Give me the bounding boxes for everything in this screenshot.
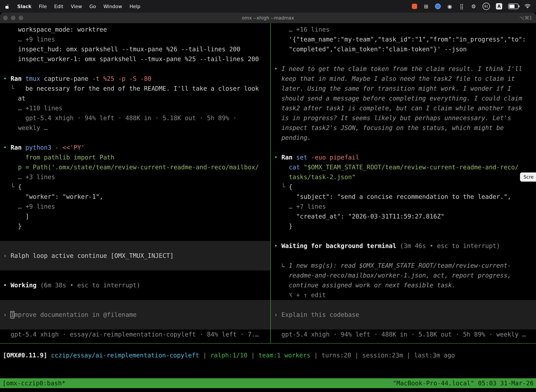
terminal-line	[0, 241, 270, 251]
left-terminal-pane[interactable]: workspace_mode: worktree … +9 lines insp…	[0, 23, 270, 343]
terminal-line: inspect_worker-1: omx sparkshell --tmux-…	[0, 54, 270, 64]
status-segment: session:23m	[362, 352, 403, 359]
terminal-line: • Waiting for background terminal (3m 46…	[271, 241, 536, 251]
terminal-line: • Ran set -euo pipefail	[271, 152, 536, 162]
terminal-line: gpt-5.4 xhigh · 94% left · 488K in · 5.1…	[0, 113, 270, 123]
terminal-line: "completed","claim_token":"claim-token"}…	[271, 44, 536, 54]
terminal-line: is in progress? It seems likely but perh…	[271, 113, 536, 123]
status-segment: team:1 workers	[258, 352, 310, 359]
terminal-line: • Ran python3 - <<'PY'	[0, 143, 270, 152]
terminal-line: "worker": "worker-1",	[0, 192, 270, 202]
terminal-line: should send a message before completing …	[271, 93, 536, 103]
terminal-line	[271, 251, 536, 261]
screen-recording-indicator[interactable]	[412, 4, 417, 9]
menu-view[interactable]: View	[71, 4, 82, 9]
screenshot-toast[interactable]: Scre	[520, 173, 536, 182]
terminal-line: "subject": "send a concise recommendatio…	[271, 192, 536, 202]
terminal-line: workspace_mode: worktree	[0, 25, 270, 34]
terminal-line: ⌥ + ↑ edit	[271, 290, 536, 300]
status-segment: ralph:1/10	[210, 352, 247, 359]
terminal-line: └ {	[0, 182, 270, 192]
menu-edit[interactable]: Edit	[54, 4, 63, 9]
terminal-line: from pathlib import Path	[0, 152, 270, 162]
terminal-line: inspect task2's JSON, focusing on the st…	[271, 123, 536, 133]
status-segment: [OMX#0.11.9]	[3, 352, 51, 359]
badge-61-icon[interactable]: 61	[483, 3, 490, 10]
terminal-line: ↳ 1 new msg(s): read $OMX_TEAM_STATE_ROO…	[271, 261, 536, 271]
terminal-line: tasks/task-2.json"	[271, 172, 536, 182]
terminal-window: omx --xhigh --madmax ⌥⌘1 workspace_mode:…	[0, 13, 536, 392]
terminal-line: pending.	[271, 133, 536, 143]
wifi-icon[interactable]	[524, 3, 531, 10]
terminal-line: ]	[0, 211, 270, 221]
terminal-line: gpt-5.4 xhigh · essay/ai-reimplementatio…	[0, 330, 270, 339]
terminal-line: › Explain this codebase	[271, 310, 536, 320]
menu-go[interactable]: Go	[89, 4, 96, 9]
window-manager-icon[interactable]: ⊞	[423, 3, 429, 10]
terminal-line	[0, 64, 270, 74]
terminal-line: … +9 lines	[0, 202, 270, 211]
terminal-line	[271, 54, 536, 64]
status-segment: |	[403, 352, 414, 359]
terminal-line: • Ran tmux capture-pane -t %25 -p -S -80	[0, 74, 270, 84]
status-segment: |	[310, 352, 321, 359]
terminal-line: }	[0, 221, 270, 231]
terminal-line	[0, 300, 270, 310]
terminal-line: • I need to get the claim token from the…	[271, 64, 536, 74]
omx-status-line: [OMX#0.11.9] cczip/essay/ai-reimplementa…	[0, 344, 536, 378]
settings-icon[interactable]: ⚙	[471, 3, 477, 10]
terminal-line	[271, 320, 536, 330]
menu-slack[interactable]: Slack	[17, 4, 31, 9]
input-source-icon[interactable]: A	[496, 3, 502, 9]
blue-app-icon[interactable]	[435, 4, 441, 9]
terminal-line: … +16 lines	[271, 25, 536, 34]
terminal-line: readme-and-reco/mailbox/worker-1.json, a…	[271, 271, 536, 280]
menu-window[interactable]: Window	[103, 4, 122, 9]
window-shortcut-hint: ⌥⌘1	[519, 13, 532, 23]
terminal-line: … +7 lines	[271, 202, 536, 211]
terminal-line: keep that in mind. Maybe I also need the…	[271, 74, 536, 84]
menu-help[interactable]: Help	[129, 4, 140, 9]
terminal-line: › Improve documentation in @filename	[0, 310, 270, 320]
status-segment: turns:20	[321, 352, 351, 359]
menu-bar-status-icons: ⊞◉⣿⚙61A	[412, 3, 531, 10]
terminal-line: … +3 lines	[0, 172, 270, 182]
terminal-line: cat "$OMX_TEAM_STATE_ROOT/team/review-cu…	[271, 162, 536, 172]
dots-grid-icon[interactable]: ⣿	[459, 3, 464, 10]
menu-file[interactable]: File	[39, 4, 47, 9]
record-button-icon[interactable]: ◉	[447, 3, 453, 10]
tmux-session-label: [omx-cczip0:bash*	[2, 380, 65, 387]
terminal-line: '{"team_name":"my-team","task_id":"1","f…	[271, 34, 536, 44]
terminal-line: at	[0, 93, 270, 103]
tmux-status-bar: [omx-cczip0:bash* "MacBook-Pro-44.local"…	[0, 378, 536, 388]
terminal-line	[0, 133, 270, 143]
terminal-line: … +110 lines	[0, 103, 270, 113]
status-segment: |	[199, 352, 210, 359]
terminal-line: inspect_hud: omx sparkshell --tmux-pane …	[0, 44, 270, 54]
screen: SlackFileEditViewGoWindowHelp ⊞◉⣿⚙61A om…	[0, 0, 536, 392]
tmux-host-clock: "MacBook-Pro-44.local" 05:03 31-Mar-26	[393, 380, 534, 387]
terminal-line: └ be necessary for the end of the README…	[0, 84, 270, 93]
status-segment: cczip/essay/ai-reimplementation-copyleft	[51, 352, 199, 359]
right-terminal-pane[interactable]: … +16 lines '{"team_name":"my-team","tas…	[271, 23, 536, 343]
terminal-line: • Working (6m 38s • esc to interrupt)	[0, 280, 270, 290]
status-segment: |	[247, 352, 258, 359]
terminal-line: "created_at": "2026-03-31T11:59:27.816Z"	[271, 211, 536, 221]
terminal-line	[0, 320, 270, 330]
apple-menu-icon[interactable]	[5, 4, 10, 9]
window-titlebar[interactable]: omx --xhigh --madmax ⌥⌘1	[0, 13, 536, 23]
terminal-line: task2 after task1 is complete, but can I…	[271, 103, 536, 113]
terminal-line: continue assigned work or next feasible …	[271, 280, 536, 290]
terminal-line: › Ralph loop active continue [OMX_TMUX_I…	[0, 251, 270, 261]
terminal-line	[0, 261, 270, 271]
terminal-line	[0, 231, 270, 241]
terminal-line: gpt-5.4 xhigh · 94% left · 488K in · 5.1…	[271, 330, 536, 339]
terminal-line: later. Using the same for transition mig…	[271, 84, 536, 93]
battery-icon[interactable]	[508, 4, 518, 9]
terminal-line: p = Path('.omx/state/team/review-current…	[0, 162, 270, 172]
menu-items: SlackFileEditViewGoWindowHelp	[17, 4, 148, 9]
terminal-line	[0, 290, 270, 300]
terminal-line: … +9 lines	[0, 34, 270, 44]
status-segment: last:3m ago	[414, 352, 455, 359]
terminal-line	[0, 271, 270, 280]
